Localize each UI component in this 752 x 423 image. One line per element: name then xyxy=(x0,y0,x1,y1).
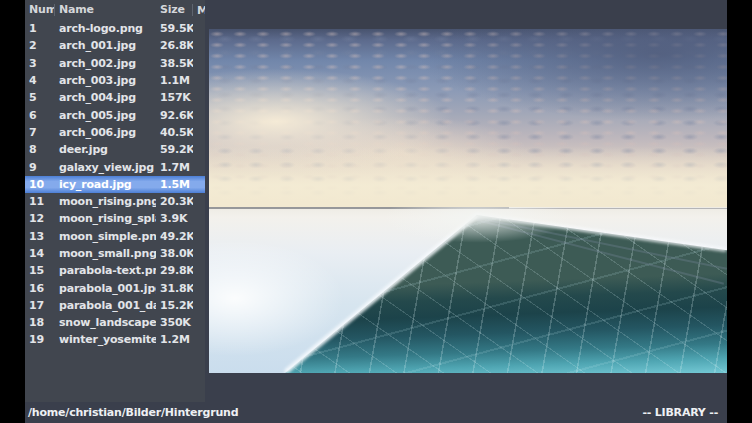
file-size: 350K xyxy=(156,316,193,329)
horizon-haze xyxy=(382,207,572,243)
file-name: snow_landscape.jpg xyxy=(55,316,156,329)
file-number: 11 xyxy=(25,195,55,208)
file-name: arch_004.jpg xyxy=(55,91,156,104)
snow-field xyxy=(209,207,727,373)
library-row[interactable]: 10 icy_road.jpg 1.5M xyxy=(25,176,205,193)
file-size: 31.8K xyxy=(156,282,193,295)
file-name: arch_002.jpg xyxy=(55,57,156,70)
file-name: moon_small.png xyxy=(55,247,156,260)
file-size: 40.5K xyxy=(156,126,193,139)
file-name: parabola-text.png xyxy=(55,264,156,277)
current-path: /home/christian/Bilder/Hintergrund xyxy=(28,406,238,419)
column-header-name: Name xyxy=(55,4,156,16)
file-number: 12 xyxy=(25,212,55,225)
file-name: moon_simple.png xyxy=(55,230,156,243)
screen: Num Name Size M 1 arch-logo.png 59.5K 2 … xyxy=(0,0,752,423)
library-row[interactable]: 14 moon_small.png 38.0K xyxy=(25,245,205,262)
file-size: 38.0K xyxy=(156,247,193,260)
file-size: 29.8K xyxy=(156,264,193,277)
file-number: 13 xyxy=(25,230,55,243)
file-number: 1 xyxy=(25,22,55,35)
library-row[interactable]: 18 snow_landscape.jpg 350K xyxy=(25,314,205,331)
file-size: 38.5K xyxy=(156,57,193,70)
file-name: moon_rising.png xyxy=(55,195,156,208)
file-name: arch_001.jpg xyxy=(55,39,156,52)
file-name: winter_yosemite.jpg xyxy=(55,333,156,346)
library-row[interactable]: 5 arch_004.jpg 157K xyxy=(25,89,205,106)
file-number: 2 xyxy=(25,39,55,52)
library-row[interactable]: 19 winter_yosemite.jpg 1.2M xyxy=(25,331,205,348)
library-row[interactable]: 1 arch-logo.png 59.5K xyxy=(25,20,205,37)
column-header-size: Size xyxy=(156,4,193,16)
file-size: 1.1M xyxy=(156,74,193,87)
file-number: 6 xyxy=(25,109,55,122)
file-name: arch-logo.png xyxy=(55,22,156,35)
library-row[interactable]: 2 arch_001.jpg 26.8K xyxy=(25,37,205,54)
file-name: deer.jpg xyxy=(55,143,156,156)
file-number: 16 xyxy=(25,282,55,295)
file-size: 1.7M xyxy=(156,161,193,174)
file-number: 14 xyxy=(25,247,55,260)
file-name: parabola_001_dark.jpg xyxy=(55,299,156,312)
mode-indicator: -- LIBRARY -- xyxy=(642,406,718,419)
file-number: 17 xyxy=(25,299,55,312)
library-row[interactable]: 16 parabola_001.jpg 31.8K xyxy=(25,279,205,296)
library-row[interactable]: 9 galaxy_view.jpg 1.7M xyxy=(25,158,205,175)
file-name: moon_rising_splash.jpg xyxy=(55,212,156,225)
file-number: 15 xyxy=(25,264,55,277)
file-name: icy_road.jpg xyxy=(55,178,156,191)
file-number: 19 xyxy=(25,333,55,346)
file-size: 3.9K xyxy=(156,212,193,225)
image-preview xyxy=(209,29,727,373)
library-row[interactable]: 13 moon_simple.png 49.2K xyxy=(25,228,205,245)
file-name: parabola_001.jpg xyxy=(55,282,156,295)
file-size: 59.5K xyxy=(156,22,193,35)
library-panel: Num Name Size M 1 arch-logo.png 59.5K 2 … xyxy=(25,0,205,402)
library-row[interactable]: 6 arch_005.jpg 92.6K xyxy=(25,106,205,123)
library-row[interactable]: 17 parabola_001_dark.jpg 15.2K xyxy=(25,297,205,314)
library-row[interactable]: 11 moon_rising.png 20.3K xyxy=(25,193,205,210)
library-row[interactable]: 7 arch_006.jpg 40.5K xyxy=(25,124,205,141)
file-size: 15.2K xyxy=(156,299,193,312)
file-number: 10 xyxy=(25,178,55,191)
library-row[interactable]: 3 arch_002.jpg 38.5K xyxy=(25,55,205,72)
status-bar: /home/christian/Bilder/Hintergrund -- LI… xyxy=(25,402,727,423)
library-header: Num Name Size M xyxy=(25,0,205,20)
file-size: 59.2K xyxy=(156,143,193,156)
file-name: arch_006.jpg xyxy=(55,126,156,139)
sunset-cloud-sky xyxy=(209,29,727,207)
library-row[interactable]: 15 parabola-text.png 29.8K xyxy=(25,262,205,279)
file-number: 7 xyxy=(25,126,55,139)
library-row[interactable]: 8 deer.jpg 59.2K xyxy=(25,141,205,158)
file-size: 20.3K xyxy=(156,195,193,208)
file-name: arch_005.jpg xyxy=(55,109,156,122)
library-rows: 1 arch-logo.png 59.5K 2 arch_001.jpg 26.… xyxy=(25,20,205,349)
column-header-num: Num xyxy=(25,4,55,16)
library-row[interactable]: 4 arch_003.jpg 1.1M xyxy=(25,72,205,89)
file-name: galaxy_view.jpg xyxy=(55,161,156,174)
file-size: 1.5M xyxy=(156,178,193,191)
library-row[interactable]: 12 moon_rising_splash.jpg 3.9K xyxy=(25,210,205,227)
file-number: 5 xyxy=(25,91,55,104)
file-size: 92.6K xyxy=(156,109,193,122)
file-number: 8 xyxy=(25,143,55,156)
file-size: 49.2K xyxy=(156,230,193,243)
file-number: 18 xyxy=(25,316,55,329)
file-number: 3 xyxy=(25,57,55,70)
file-name: arch_003.jpg xyxy=(55,74,156,87)
file-number: 9 xyxy=(25,161,55,174)
file-size: 157K xyxy=(156,91,193,104)
image-viewer-window: Num Name Size M 1 arch-logo.png 59.5K 2 … xyxy=(25,0,727,423)
file-number: 4 xyxy=(25,74,55,87)
file-size: 26.8K xyxy=(156,39,193,52)
file-size: 1.2M xyxy=(156,333,193,346)
column-header-mark: M xyxy=(193,4,205,17)
